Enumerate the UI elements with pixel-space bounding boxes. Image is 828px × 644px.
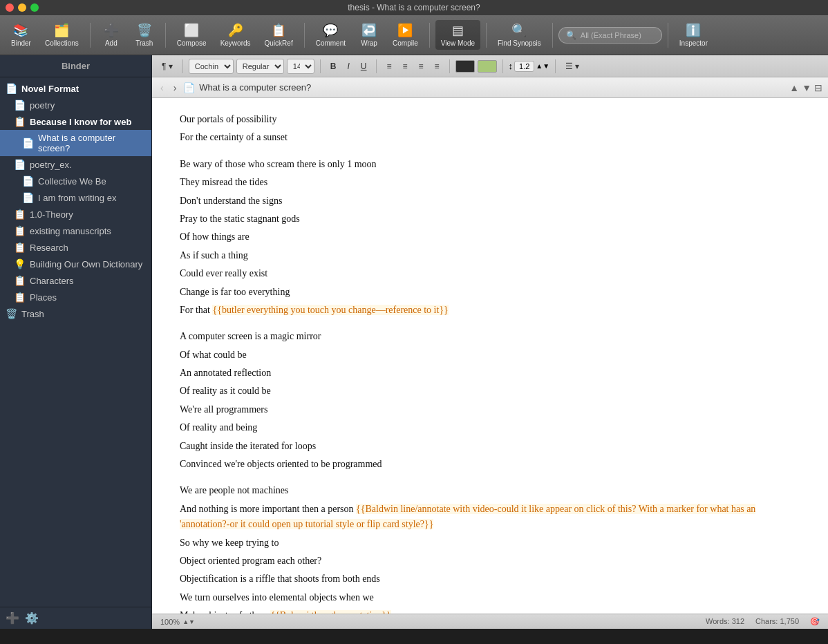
stanza-4: We are people not machines And nothing i… xyxy=(180,483,800,614)
format-sep-3 xyxy=(376,59,377,73)
sidebar-item-theory[interactable]: 📋 1.0-Theory xyxy=(0,206,151,222)
sidebar-items: 📄 Novel Format 📄 poetry 📋 Because I know… xyxy=(0,77,151,607)
quickref-button[interactable]: 📋 QuickRef xyxy=(259,20,299,50)
target-icon: 🎯 xyxy=(810,617,820,626)
font-style-select[interactable]: Regular xyxy=(236,59,284,74)
sidebar-item-what-is[interactable]: 📄 What is a computer screen? xyxy=(0,130,151,156)
sidebar-item-poetry-ex[interactable]: 📄 poetry_ex. xyxy=(0,156,151,173)
folder-icon: 📋 xyxy=(14,275,26,286)
format-bar: ¶ ▾ Cochin Regular 14 B I U ≡ ≡ ≡ ≡ xyxy=(152,55,828,77)
compose-button[interactable]: ⬜ Compose xyxy=(171,20,212,50)
nav-up-button[interactable]: ▲ xyxy=(789,82,799,93)
document-icon: 📄 xyxy=(183,82,195,93)
viewmode-icon: ▤ xyxy=(452,23,464,38)
viewmode-button[interactable]: ▤ View Mode xyxy=(435,20,480,50)
sidebar-item-research[interactable]: 📋 Research xyxy=(0,239,151,256)
sidebar-item-novel-format[interactable]: 📄 Novel Format xyxy=(0,80,151,97)
search-icon: 🔍 xyxy=(566,30,576,40)
traffic-lights xyxy=(6,3,39,12)
sidebar-item-because-know[interactable]: 📋 Because I know for web xyxy=(0,113,151,130)
add-item-button[interactable]: ➕ xyxy=(6,612,19,625)
editor-doc-title: What is a computer screen? xyxy=(199,82,311,93)
doc-icon: 📄 xyxy=(22,192,34,203)
sidebar-item-i-am-from[interactable]: 📄 I am from writing ex xyxy=(0,189,151,206)
align-left-button[interactable]: ≡ xyxy=(382,59,395,73)
annotation-butler: {{butler everything you touch you change… xyxy=(212,305,448,315)
search-bar[interactable]: 🔍 All (Exact Phrase) xyxy=(558,27,662,44)
align-center-button[interactable]: ≡ xyxy=(398,59,411,73)
format-sep-1 xyxy=(182,59,183,73)
sidebar-item-collective-we-be[interactable]: 📄 Collective We Be xyxy=(0,173,151,189)
toolbar-sep-2 xyxy=(165,23,166,48)
line-spacing-stepper: ↕ 1.2 ▲▼ xyxy=(509,61,550,72)
minimize-button[interactable] xyxy=(18,3,26,12)
char-count: Chars: 1,750 xyxy=(755,617,799,626)
italic-button[interactable]: I xyxy=(343,59,353,73)
sidebar-item-poetry[interactable]: 📄 poetry xyxy=(0,97,151,113)
zoom-stepper[interactable]: ▲▼ xyxy=(182,618,195,625)
keywords-button[interactable]: 🔑 Keywords xyxy=(215,20,256,50)
compile-icon: ▶️ xyxy=(397,23,413,38)
add-icon: ➕ xyxy=(104,23,119,38)
sidebar-item-characters[interactable]: 📋 Characters xyxy=(0,272,151,289)
sidebar-item-places[interactable]: 📋 Places xyxy=(0,289,151,305)
folder-icon: 📄 xyxy=(6,83,17,94)
stepper-arrows[interactable]: ▲▼ xyxy=(536,62,549,70)
paragraph-format-button[interactable]: ¶ ▾ xyxy=(158,59,177,73)
binder-button[interactable]: 📚 Binder xyxy=(6,20,37,50)
doc-icon: 📋 xyxy=(14,116,26,127)
sidebar-item-building-dict[interactable]: 💡 Building Our Own Dictionary xyxy=(0,256,151,272)
sidebar-item-trash[interactable]: 🗑️ Trash xyxy=(0,305,151,322)
bold-button[interactable]: B xyxy=(326,59,341,73)
format-sep-6 xyxy=(555,59,556,73)
close-button[interactable] xyxy=(6,3,14,12)
forward-arrow[interactable]: › xyxy=(171,81,180,95)
compile-button[interactable]: ▶️ Compile xyxy=(387,20,424,50)
comment-icon: 💬 xyxy=(323,23,338,38)
collections-button[interactable]: 🗂️ Collections xyxy=(39,20,84,50)
compose-icon: ⬜ xyxy=(184,23,199,38)
highlight-color-swatch[interactable] xyxy=(478,60,497,73)
trash-button[interactable]: 🗑️ Trash xyxy=(129,20,160,50)
editor-content[interactable]: Our portals of possibility For the certa… xyxy=(152,98,828,614)
toolbar-sep-4 xyxy=(429,23,430,48)
add-button[interactable]: ➕ Add xyxy=(96,20,126,50)
remove-item-button[interactable]: ⚙️ xyxy=(25,612,39,625)
folder-icon: 📋 xyxy=(14,292,26,303)
maximize-button[interactable] xyxy=(30,3,39,12)
back-arrow[interactable]: ‹ xyxy=(158,81,167,95)
comment-button[interactable]: 💬 Comment xyxy=(310,20,351,50)
toolbar-sep-6 xyxy=(552,23,553,48)
sidebar-item-existing[interactable]: 📋 existing manuscripts xyxy=(0,222,151,239)
format-sep-2 xyxy=(320,59,321,73)
title-bar: thesis - What is a computer screen? xyxy=(0,0,828,15)
trash-icon: 🗑️ xyxy=(137,23,152,38)
zoom-control[interactable]: 100% ▲▼ xyxy=(160,618,195,626)
editor-nav-bar: ‹ › 📄 What is a computer screen? ▲ ▼ ⊟ xyxy=(152,77,828,98)
doc-icon: 📄 xyxy=(14,100,26,111)
line-spacing-icon: ↕ xyxy=(509,61,514,71)
toolbar-sep-1 xyxy=(90,23,91,48)
toolbar: 📚 Binder 🗂️ Collections ➕ Add 🗑️ Trash ⬜… xyxy=(0,15,828,55)
findsynopsis-button[interactable]: 🔍 Find Synopsis xyxy=(492,20,547,50)
align-justify-button[interactable]: ≡ xyxy=(431,59,444,73)
quickref-icon: 📋 xyxy=(271,23,286,38)
toolbar-sep-3 xyxy=(304,23,305,48)
font-size-select[interactable]: 14 xyxy=(287,59,314,74)
inspector-icon: ℹ️ xyxy=(686,23,701,38)
wrap-button[interactable]: ↩️ Wrap xyxy=(354,20,384,50)
word-count: Words: 312 xyxy=(706,617,744,626)
text-color-swatch[interactable] xyxy=(455,60,475,73)
inspector-button[interactable]: ℹ️ Inspector xyxy=(674,20,713,50)
underline-button[interactable]: U xyxy=(357,59,371,73)
nav-split-button[interactable]: ⊟ xyxy=(814,82,822,93)
nav-down-button[interactable]: ▼ xyxy=(802,82,811,93)
list-format-button[interactable]: ☰ ▾ xyxy=(561,59,583,73)
align-right-button[interactable]: ≡ xyxy=(415,59,428,73)
font-family-select[interactable]: Cochin xyxy=(189,59,234,74)
doc-icon: 📄 xyxy=(22,138,34,149)
collections-icon: 🗂️ xyxy=(54,23,69,38)
status-right: Words: 312 Chars: 1,750 🎯 xyxy=(706,617,820,626)
folder-icon: 📋 xyxy=(14,225,26,236)
annotation-baldwin: {{Baldwin line/annotate with video-could… xyxy=(180,504,755,529)
